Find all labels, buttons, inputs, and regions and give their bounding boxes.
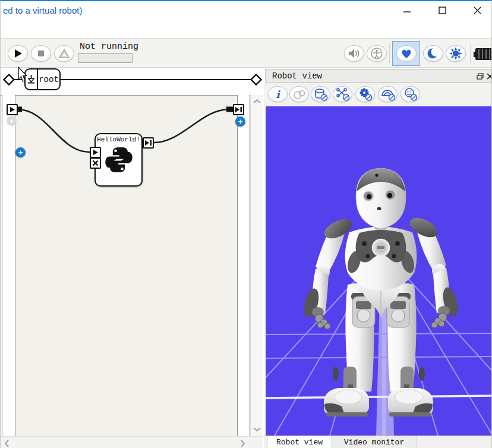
view-tabbar: Robot view Video monitor <box>264 436 492 448</box>
sonar-no-icon <box>380 88 396 101</box>
horizontal-scrollbar[interactable] <box>1 436 263 448</box>
wake-button[interactable] <box>446 45 466 62</box>
robot-3d-view[interactable] <box>266 106 491 436</box>
maximize-button[interactable] <box>428 1 456 19</box>
x-port-icon <box>92 160 99 166</box>
diagram-output-port[interactable] <box>233 104 244 115</box>
float-panel-icon[interactable] <box>477 73 484 80</box>
hide-mechanics-button[interactable] <box>355 86 375 102</box>
robot-view-header[interactable]: Robot view <box>265 69 491 83</box>
mouse-cursor <box>17 67 29 83</box>
battery-icon <box>474 47 492 61</box>
minimize-icon <box>403 7 411 14</box>
vertical-scrollbar[interactable] <box>250 95 263 436</box>
jack-no-icon <box>336 88 350 101</box>
moon-icon <box>427 47 440 60</box>
scroll-left-icon <box>4 440 10 447</box>
stop-icon <box>37 49 45 58</box>
robot-3d-scene <box>266 106 491 436</box>
box-onstart-port[interactable] <box>90 147 101 158</box>
stop-button[interactable] <box>31 45 51 62</box>
warning-triangle-icon <box>58 48 70 59</box>
scroll-right-icon <box>240 440 245 447</box>
titlebar: ed to a virtual robot) <box>1 1 492 19</box>
close-button[interactable] <box>463 1 491 19</box>
toolbar-separator <box>389 44 390 63</box>
add-input-button-blue[interactable]: + <box>15 147 26 157</box>
maximize-icon <box>439 7 446 14</box>
hide-objects-button[interactable] <box>311 86 330 102</box>
toolbar-separator-2 <box>470 44 471 63</box>
python-icon <box>104 144 134 175</box>
onstart-play-icon <box>9 106 15 113</box>
output-port-icon <box>144 140 152 146</box>
play-port-icon <box>92 149 99 156</box>
info-icon: i <box>276 89 279 100</box>
progress-bar <box>78 53 133 63</box>
speaker-icon <box>348 48 361 59</box>
close-panel-icon[interactable] <box>487 73 492 80</box>
hide-face-button[interactable] <box>400 86 420 102</box>
play-icon <box>12 48 24 59</box>
window-title: ed to a virtual robot) <box>3 5 82 15</box>
stiffness-button[interactable] <box>367 45 387 62</box>
diagram-input-port[interactable] <box>7 104 18 115</box>
scroll-up-icon <box>253 99 261 104</box>
scroll-down-icon <box>253 427 261 432</box>
smiley-no-icon <box>403 88 418 101</box>
add-output-button[interactable]: + <box>235 116 245 127</box>
play-button[interactable] <box>8 45 28 62</box>
gear-no-icon <box>358 88 373 101</box>
cylinder-no-icon <box>314 88 328 101</box>
box-output-port[interactable] <box>143 137 154 149</box>
sleep-button[interactable] <box>423 45 443 62</box>
box-title: HelloWorld! <box>96 136 141 143</box>
tab-robot-view[interactable]: Robot view <box>267 436 332 448</box>
debug-button[interactable] <box>54 45 74 62</box>
breadcrumb-root-node[interactable]: root <box>24 68 61 90</box>
minimize-button[interactable] <box>393 1 421 19</box>
root-label: root <box>38 70 59 89</box>
tab-video-monitor[interactable]: Video monitor <box>332 436 417 448</box>
cameras-button[interactable] <box>289 86 309 102</box>
box-onstop-port[interactable] <box>90 157 101 169</box>
circles-icon <box>293 89 306 100</box>
robot-view-title: Robot view <box>272 71 322 81</box>
battery-indicator <box>474 47 492 64</box>
vitruvian-man-icon <box>370 47 383 60</box>
hide-sonar-button[interactable] <box>378 86 398 102</box>
sun-icon <box>449 46 463 61</box>
app-window: ed to a virtual robot) Not running <box>0 0 492 448</box>
close-icon <box>474 7 481 14</box>
heart-icon <box>400 48 413 59</box>
helloworld-box[interactable]: HelloWorld! <box>94 133 143 187</box>
add-input-button[interactable]: + <box>7 116 17 126</box>
heart-life-button[interactable] <box>392 41 420 66</box>
run-status-label: Not running <box>80 42 138 52</box>
toolbar-handle[interactable] <box>5 43 7 63</box>
hide-frames-button[interactable] <box>333 86 352 102</box>
info-button[interactable]: i <box>268 86 288 102</box>
output-port-icon-2 <box>235 106 242 113</box>
volume-button[interactable] <box>344 45 364 62</box>
